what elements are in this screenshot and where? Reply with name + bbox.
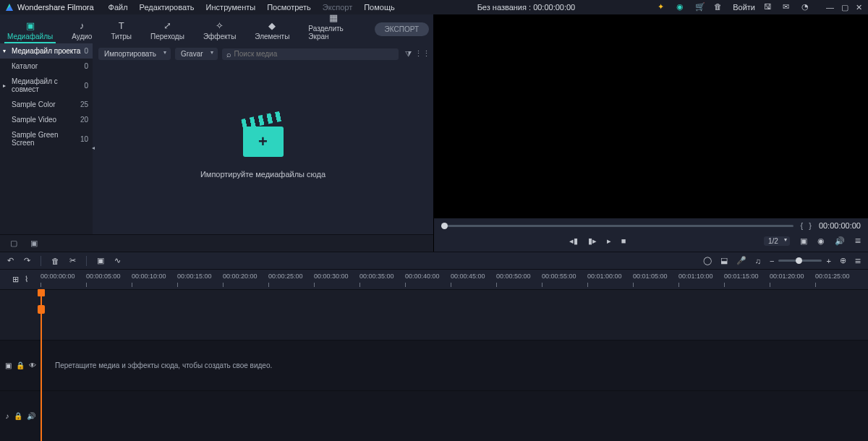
transition-icon: ⤢	[163, 20, 171, 31]
record-dropdown[interactable]: Gravar	[175, 48, 218, 60]
ruler-tick: 00:00:35:00	[359, 273, 394, 280]
open-folder-icon[interactable]: ▣	[29, 239, 39, 248]
play-button[interactable]: ▸	[607, 236, 611, 246]
ruler-tick: 00:01:05:00	[633, 273, 668, 280]
prev-frame-button[interactable]: ◂▮	[569, 236, 578, 246]
lock-icon[interactable]: 🔒	[16, 361, 25, 369]
ribbon-tabs: ▣Медиафайлы ♪Аудио TТитры ⤢Переходы ✧Эфф…	[0, 14, 433, 43]
ruler-tick: 00:00:10:00	[132, 273, 166, 280]
ruler-tick: 00:01:25:00	[815, 273, 850, 280]
preview-time: 00:00:00:00	[819, 221, 861, 230]
folder-icon: ▣	[26, 20, 35, 31]
delete-button[interactable]: 🗑	[51, 257, 59, 265]
tab-transitions[interactable]: ⤢Переходы	[148, 18, 187, 43]
ruler-tick: 00:00:40:00	[405, 273, 440, 280]
titlebar: Wondershare Filmora Файл Редактировать И…	[0, 0, 868, 14]
undo-button[interactable]: ↶	[7, 256, 14, 265]
timeline-settings-icon[interactable]: ≡	[855, 255, 861, 267]
minimize-button[interactable]: —	[826, 3, 834, 12]
stop-button[interactable]: ■	[621, 236, 626, 245]
timeline-ruler[interactable]: ⊞ ⌇ 00:00:00:0000:00:05:0000:00:10:0000:…	[0, 269, 868, 289]
sidebar-item-shared[interactable]: ▸Медиафайл с совмест0	[0, 74, 93, 97]
menu-file[interactable]: Файл	[109, 3, 128, 12]
trash-icon[interactable]: 🗑	[714, 2, 724, 12]
grid-view-icon[interactable]: ⋮⋮	[417, 49, 427, 59]
zoom-out-icon[interactable]: −	[770, 257, 774, 265]
upgrade-icon[interactable]: ✦	[658, 2, 668, 12]
track-hint: Перетащите медиа и эффекты сюда, чтобы с…	[41, 341, 868, 390]
import-dropdown[interactable]: Импортировать	[98, 48, 171, 60]
preview-viewport[interactable]	[434, 14, 868, 218]
media-drop-zone[interactable]: Импортируйте медиафайлы сюда	[93, 64, 433, 234]
search-icon: ⌕	[226, 50, 231, 59]
sidebar-item-project-media[interactable]: ▾Медиафайл проекта0	[0, 43, 93, 59]
ruler-tick: 00:00:50:00	[496, 273, 531, 280]
mixer-icon[interactable]: ♫	[755, 257, 761, 265]
render-icon[interactable]: ◯	[703, 256, 712, 265]
maximize-button[interactable]: ▢	[841, 3, 848, 12]
new-folder-icon[interactable]: ▢	[9, 239, 19, 248]
tab-media[interactable]: ▣Медиафайлы	[4, 18, 56, 43]
sidebar-item-sample-video[interactable]: Sample Video20	[0, 112, 93, 127]
ruler-tick: 00:00:20:00	[223, 273, 258, 280]
lock-icon[interactable]: 🔒	[14, 412, 22, 420]
zoom-fit-icon[interactable]: ⊕	[840, 256, 846, 265]
filter-icon[interactable]: ⧩	[403, 49, 413, 59]
export-button[interactable]: ЭКСПОРТ	[375, 22, 429, 36]
clapperboard-icon	[243, 121, 284, 157]
login-button[interactable]: Войти	[733, 3, 755, 12]
close-button[interactable]: ✕	[856, 3, 862, 12]
preview-scrubber[interactable]	[441, 225, 793, 227]
track-link-icon[interactable]: ⌇	[25, 275, 28, 284]
eye-icon[interactable]: 👁	[29, 361, 36, 369]
ruler-tick: 00:01:20:00	[770, 273, 804, 280]
save-icon[interactable]: 🖫	[764, 2, 774, 12]
tab-elements[interactable]: ◆Элементы	[252, 18, 292, 43]
tab-titles[interactable]: TТитры	[108, 18, 135, 43]
ruler-tick: 00:01:15:00	[724, 273, 759, 280]
search-input[interactable]	[234, 50, 394, 58]
ruler-tick: 00:00:15:00	[177, 273, 212, 280]
snapshot-icon[interactable]: ◉	[817, 236, 825, 246]
menu-help[interactable]: Помощь	[364, 3, 395, 12]
mark-out-icon[interactable]: }	[809, 221, 812, 230]
tab-effects[interactable]: ✧Эффекты	[200, 18, 239, 43]
preview-zoom-select[interactable]: 1/2	[764, 236, 790, 246]
marker-icon[interactable]: ⬓	[720, 256, 728, 265]
mail-icon[interactable]: ✉	[783, 2, 793, 12]
menu-tools[interactable]: Инструменты	[206, 3, 256, 12]
track-add-icon[interactable]: ⊞	[12, 275, 19, 284]
preview-panel: {} 00:00:00:00 ◂▮ ▮▸ ▸ ■ 1/2 ▣ ◉ 🔊 ≡	[434, 14, 868, 252]
sidebar-item-catalog[interactable]: Каталог0	[0, 59, 93, 74]
volume-icon[interactable]: 🔊	[835, 236, 845, 246]
voice-icon[interactable]: 🎤	[736, 256, 746, 265]
ruler-tick: 00:00:05:00	[86, 273, 121, 280]
notification-icon[interactable]: ◔	[801, 2, 812, 12]
mute-icon[interactable]: 🔊	[27, 412, 35, 420]
step-back-button[interactable]: ▮▸	[588, 236, 597, 246]
zoom-in-icon[interactable]: +	[826, 257, 830, 265]
mark-in-icon[interactable]: {	[801, 221, 804, 230]
ruler-tick: 00:00:30:00	[314, 273, 349, 280]
timeline-tracks: ▣🔒👁 Перетащите медиа и эффекты сюда, что…	[0, 289, 868, 441]
tab-split[interactable]: ▦Разделить Экран	[305, 10, 361, 43]
search-field[interactable]: ⌕	[222, 48, 399, 60]
cut-button[interactable]: ✂	[69, 256, 76, 265]
sidebar-item-sample-color[interactable]: Sample Color25	[0, 97, 93, 112]
menu-view[interactable]: Посмотреть	[267, 3, 311, 12]
menu-edit[interactable]: Редактировать	[140, 3, 195, 12]
fullscreen-icon[interactable]: ▣	[800, 236, 807, 246]
redo-button[interactable]: ↷	[24, 256, 30, 265]
playhead[interactable]	[41, 289, 42, 441]
audio-detach-icon[interactable]: ∿	[114, 256, 121, 265]
crop-button[interactable]: ▣	[97, 256, 104, 265]
tab-audio[interactable]: ♪Аудио	[69, 18, 95, 43]
settings-icon[interactable]: ≡	[855, 235, 861, 247]
chevron-down-icon: ▾	[3, 48, 6, 54]
cart-icon[interactable]: 🛒	[695, 2, 705, 12]
zoom-slider[interactable]	[778, 260, 822, 262]
timeline-toolbar: ↶ ↷ 🗑 ✂ ▣ ∿ ◯ ⬓ 🎤 ♫ − + ⊕ ≡	[0, 252, 868, 269]
support-icon[interactable]: ◉	[676, 2, 686, 12]
sidebar-collapse-handle[interactable]: ◂	[90, 139, 97, 156]
sidebar-item-sample-green[interactable]: Sample Green Screen10	[0, 127, 93, 150]
